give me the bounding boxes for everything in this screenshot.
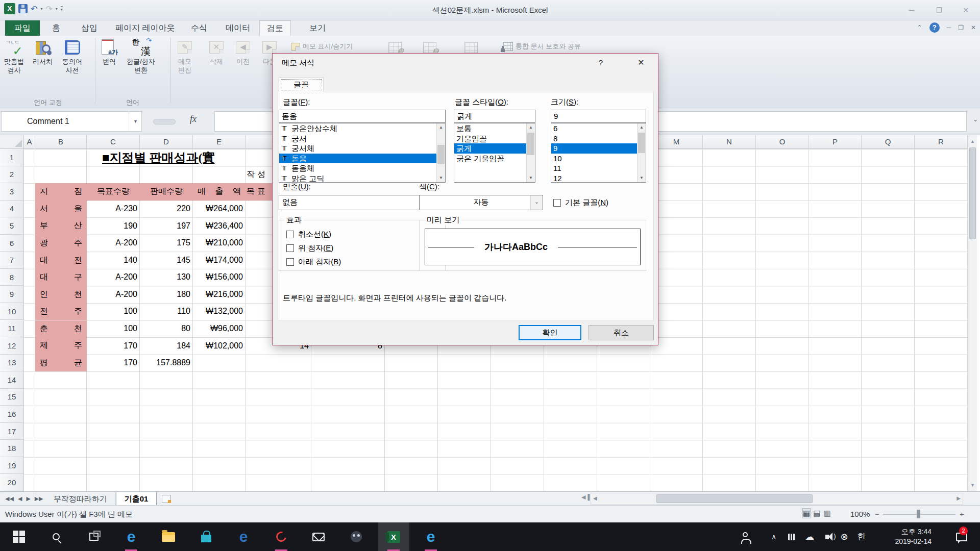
scroll-left-icon[interactable]: ◀ (593, 495, 597, 501)
translate-button[interactable]: 번역 (100, 38, 118, 66)
next-sheet-icon[interactable]: ▶ (26, 495, 30, 502)
zoom-out-icon[interactable]: − (875, 506, 879, 522)
column-header-N[interactable]: N (703, 135, 756, 149)
sheet-tab-2[interactable]: 기출01 (116, 492, 157, 506)
subscript-checkbox[interactable]: 아래 첨자(B) (286, 257, 341, 267)
cell-D12[interactable]: 184 (140, 337, 193, 354)
name-box-dropdown-icon[interactable]: ▼ (129, 111, 142, 132)
edge-button[interactable]: e (115, 522, 147, 551)
cell-E7[interactable]: ₩174,000 (193, 252, 246, 268)
cell-C1[interactable]: ■지점별 판매성과(實 (102, 149, 296, 166)
research-button[interactable]: 리서치 (33, 38, 53, 66)
sheet-tab-1[interactable]: 무작정따라하기 (45, 492, 116, 506)
redo-dropdown-icon[interactable]: ▾ (56, 7, 58, 11)
cell-C11[interactable]: 100 (87, 320, 140, 337)
zoom-level[interactable]: 100% (850, 506, 870, 522)
cell-B3[interactable]: 지점 (35, 183, 87, 201)
cell-B12[interactable]: 제주 (35, 337, 87, 355)
size-list-scrollbar[interactable]: ▲▼ (637, 123, 646, 182)
color-combo-arrow-icon[interactable]: ⌄ (530, 195, 543, 210)
row-header-14[interactable]: 14 (0, 371, 24, 389)
clock[interactable]: 오후 3:44 2019-02-14 (875, 527, 932, 546)
workbook-minimize-icon[interactable]: ─ (947, 24, 951, 31)
scroll-down-icon[interactable]: ▼ (968, 480, 977, 490)
cell-C5[interactable]: 190 (87, 217, 140, 234)
tab-insert[interactable]: 삽입 (74, 20, 105, 36)
hanja-convert-button[interactable]: ↷ 한글/한자 변환 (127, 38, 155, 74)
cell-B7[interactable]: 대전 (35, 252, 87, 269)
cell-D10[interactable]: 110 (140, 303, 193, 320)
people-button[interactable] (736, 522, 754, 551)
cell-C10[interactable]: 100 (87, 303, 140, 320)
search-button[interactable] (40, 522, 72, 551)
cell-B11[interactable]: 춘천 (35, 320, 87, 338)
horizontal-scrollbar[interactable]: ◀ ▶ (591, 493, 963, 505)
zoom-in-icon[interactable]: + (960, 506, 964, 522)
row-header-18[interactable]: 18 (0, 440, 24, 457)
redo-icon[interactable]: ↷ (45, 4, 52, 14)
mail-button[interactable] (303, 522, 334, 551)
horizontal-scroll-thumb[interactable] (656, 494, 813, 503)
store-button[interactable] (190, 522, 222, 551)
cell-E3[interactable]: 매출액 (193, 183, 246, 201)
tab-data[interactable]: 데이터 (218, 20, 257, 36)
row-header-10[interactable]: 10 (0, 303, 24, 320)
volume-button[interactable] (818, 522, 836, 551)
row-header-17[interactable]: 17 (0, 423, 24, 440)
vertical-scroll-thumb[interactable] (969, 147, 976, 239)
font-size-list[interactable]: 689101112 ▲▼ (551, 123, 646, 183)
previous-comment-button[interactable]: ◀ 이전 (234, 38, 252, 66)
thesaurus-button[interactable]: 동의어 사전 (62, 38, 82, 74)
cancel-button[interactable]: 취소 (589, 325, 654, 340)
tab-home[interactable]: 홈 (45, 20, 67, 36)
row-header-13[interactable]: 13 (0, 355, 24, 372)
cell-D7[interactable]: 145 (140, 252, 193, 268)
font-name-input[interactable]: 돋움 (279, 110, 446, 123)
strikethrough-checkbox[interactable]: 취소선(K) (286, 230, 331, 239)
save-icon[interactable] (18, 4, 28, 13)
cell-B4[interactable]: 서울 (35, 201, 87, 218)
cell-D13[interactable]: 157.8889 (140, 355, 193, 371)
last-sheet-icon[interactable]: ▶▶ (35, 495, 43, 502)
protect-share-workbook-button[interactable]: 통합 문서 보호와 공유 (503, 42, 581, 51)
font-list-scrollbar[interactable]: ▲▼ (436, 123, 445, 182)
cell-D6[interactable]: 175 (140, 235, 193, 252)
row-header-4[interactable]: 4 (0, 201, 24, 218)
tab-file[interactable]: 파일 (5, 20, 40, 36)
row-header-6[interactable]: 6 (0, 235, 24, 252)
row-header-1[interactable]: 1 (0, 149, 24, 166)
ime-indicator[interactable]: 한 (853, 522, 870, 551)
dialog-help-button[interactable]: ? (589, 54, 612, 72)
normal-view-icon[interactable]: ▦ (803, 509, 810, 518)
cell-C4[interactable]: A-230 (87, 201, 140, 217)
scroll-up-icon[interactable]: ▲ (968, 136, 977, 146)
cell-C3[interactable]: 목표수량 (87, 183, 140, 201)
cell-B9[interactable]: 인천 (35, 286, 87, 303)
cell-D5[interactable]: 197 (140, 217, 193, 234)
column-header-E[interactable]: E (193, 135, 246, 149)
row-header-7[interactable]: 7 (0, 252, 24, 269)
select-all-corner[interactable] (0, 135, 24, 149)
cell-D8[interactable]: 130 (140, 269, 193, 286)
normal-font-checkbox-box[interactable] (553, 199, 561, 207)
insert-worksheet-icon[interactable] (162, 495, 171, 503)
onedrive-button[interactable]: ☁ (801, 522, 818, 551)
row-header-19[interactable]: 19 (0, 457, 24, 474)
tab-scroll-splitter[interactable]: ◀▐ (581, 494, 590, 500)
file-explorer-button[interactable] (153, 522, 184, 551)
list-item-돋움체[interactable]: 돋움체 (279, 163, 445, 173)
hidden-icons-button[interactable]: ∧ (766, 522, 782, 551)
column-header-R[interactable]: R (915, 135, 968, 149)
cell-E4[interactable]: ₩264,000 (193, 201, 246, 217)
workbook-restore-icon[interactable]: ❐ (958, 24, 964, 31)
cell-B13[interactable]: 평균 (35, 355, 87, 372)
list-item-10[interactable]: 10 (551, 154, 646, 164)
page-break-view-icon[interactable]: ▥ (823, 509, 830, 518)
list-item-기울임꼴[interactable]: 기울임꼴 (454, 134, 535, 144)
list-item-11[interactable]: 11 (551, 163, 646, 173)
row-header-2[interactable]: 2 (0, 166, 24, 184)
cell-D4[interactable]: 220 (140, 201, 193, 217)
column-header-D[interactable]: D (140, 135, 193, 149)
list-item-돋움[interactable]: 돋움 (279, 154, 445, 164)
show-hide-comment-button[interactable]: 메모 표시/숨기기 (291, 42, 353, 51)
